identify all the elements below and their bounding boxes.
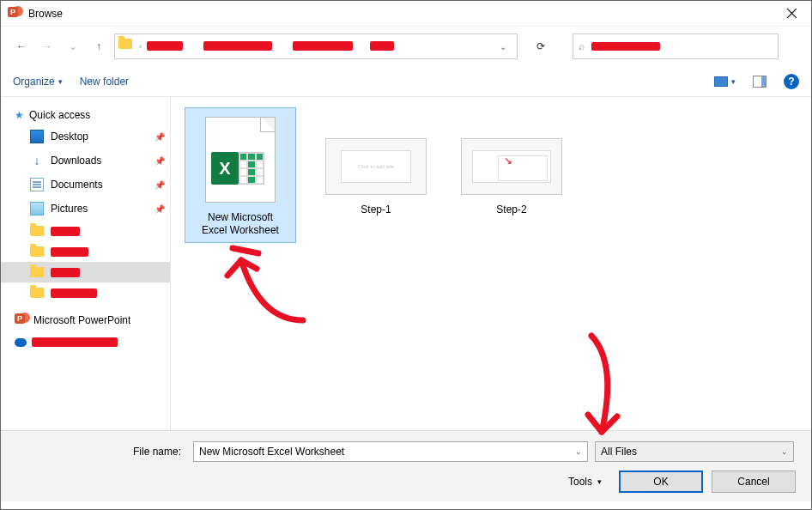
toolbar: Organize▾ New folder ▾ ? [1,66,811,97]
pin-icon: 📌 [155,180,165,190]
folder-icon [118,39,134,54]
address-bar[interactable]: › ⌄ [114,33,518,59]
tools-menu[interactable]: Tools▾ [568,476,602,488]
file-grid[interactable]: X New Microsoft Excel Worksheet Click to… [171,97,811,430]
sidebar-item-documents[interactable]: Documents 📌 [1,173,170,197]
powerpoint-icon: P [15,313,28,327]
nav-row: ← → ⌄ ↑ › ⌄ ⟳ ⌕ [1,27,811,66]
chevron-down-icon[interactable]: ⌄ [776,442,793,461]
folder-icon [30,288,44,298]
pictures-icon [30,202,44,216]
help-button[interactable]: ? [784,74,799,89]
onedrive-icon [15,338,27,347]
pin-icon: 📌 [155,156,165,166]
ok-button[interactable]: OK [619,471,703,493]
refresh-button[interactable]: ⟳ [528,33,554,59]
sidebar-item-folder-redacted[interactable] [1,282,170,303]
redacted-label [51,288,97,298]
folder-icon [30,267,44,277]
quick-access-header[interactable]: ★ Quick access [1,106,170,124]
star-icon: ★ [15,109,24,121]
main-area: ★ Quick access Desktop 📌 ↓ Downloads 📌 D… [1,97,811,430]
chevron-right-icon: › [139,42,142,51]
sidebar-item-powerpoint[interactable]: P Microsoft PowerPoint [1,303,170,331]
file-type-select[interactable]: All Files ⌄ [595,441,794,462]
search-text-redacted [591,42,660,51]
file-item-step1[interactable]: Click to add title Step-1 [320,107,432,222]
sidebar-item-label: Downloads [51,155,101,167]
folder-icon [30,226,44,236]
annotation-arrow-file [209,234,320,329]
view-mode-button[interactable]: ▾ [714,76,736,87]
file-label: New Microsoft Excel Worksheet [185,209,295,242]
filename-label: File name: [15,446,186,458]
recent-dropdown[interactable]: ⌄ [63,36,83,57]
bottom-bar: File name: New Microsoft Excel Worksheet… [1,430,811,501]
sidebar-item-label: Pictures [51,203,88,215]
pin-icon: 📌 [155,204,165,214]
address-dropdown[interactable]: ⌄ [493,42,513,52]
close-button[interactable] [772,1,811,27]
redacted-label [51,227,80,236]
file-thumbnail: X [194,113,287,206]
redacted-label [32,337,118,347]
sidebar-item-pictures[interactable]: Pictures 📌 [1,197,170,221]
file-thumbnail: Click to add title [325,138,427,195]
sidebar-item-onedrive-redacted[interactable] [1,331,170,350]
download-icon: ↓ [30,154,44,167]
monitor-icon [30,130,44,143]
file-thumbnail: ↘ [461,138,562,195]
organize-menu[interactable]: Organize▾ [13,76,63,88]
sidebar-item-label: Desktop [51,131,88,143]
sidebar[interactable]: ★ Quick access Desktop 📌 ↓ Downloads 📌 D… [1,97,171,430]
filename-input[interactable]: New Microsoft Excel Worksheet ⌄ [193,441,588,462]
file-label: Step-2 [456,202,567,222]
file-item-excel-selected[interactable]: X New Microsoft Excel Worksheet [185,107,296,243]
preview-pane-button[interactable] [753,76,767,88]
app-icon: P [8,7,21,21]
new-folder-button[interactable]: New folder [80,76,129,88]
search-icon: ⌕ [579,40,585,52]
chevron-down-icon[interactable]: ⌄ [570,442,587,461]
sidebar-item-folder-redacted[interactable] [1,241,170,262]
breadcrumb[interactable] [145,39,493,54]
file-item-step2[interactable]: ↘ Step-2 [456,107,567,222]
document-icon [30,178,44,191]
pin-icon: 📌 [155,132,165,142]
redacted-label [51,268,80,277]
cancel-button[interactable]: Cancel [712,471,796,493]
titlebar: P Browse [1,1,811,27]
sidebar-item-desktop[interactable]: Desktop 📌 [1,124,170,149]
sidebar-item-label: Documents [51,179,103,191]
sidebar-item-folder-redacted[interactable] [1,221,170,241]
forward-button[interactable]: → [37,36,58,57]
excel-icon: X [211,152,264,185]
search-input[interactable]: ⌕ [573,33,779,59]
folder-icon [30,246,44,257]
sidebar-item-downloads[interactable]: ↓ Downloads 📌 [1,149,170,173]
back-button[interactable]: ← [11,36,32,57]
up-button[interactable]: ↑ [88,36,109,57]
sidebar-item-folder-redacted-selected[interactable] [1,262,170,282]
redacted-label [51,247,88,257]
file-label: Step-1 [320,202,432,222]
window-title: Browse [28,8,772,20]
